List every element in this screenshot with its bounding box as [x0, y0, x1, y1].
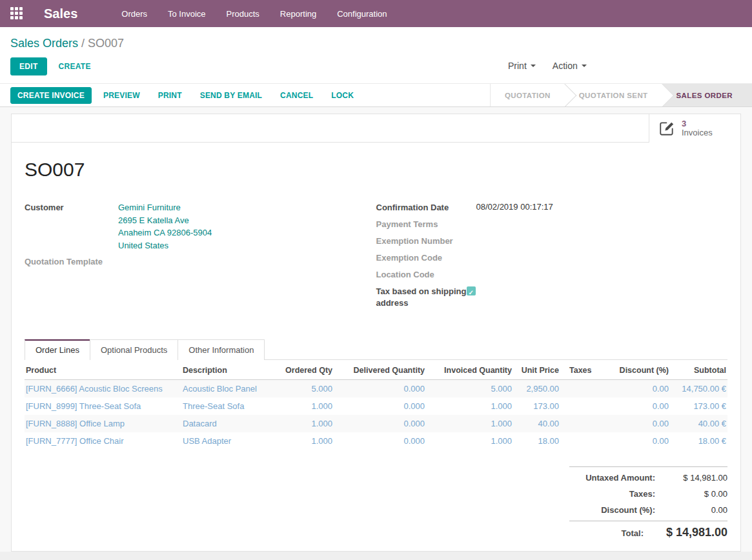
cell-invoiced-qty: 1.000 — [426, 432, 513, 450]
cell-invoiced-qty: 1.000 — [426, 397, 513, 415]
col-description: Description — [181, 362, 278, 380]
location-code-label: Location Code — [376, 268, 476, 281]
send-by-email-button[interactable]: SEND BY EMAIL — [194, 88, 269, 103]
group-left: Customer Gemini Furniture 2695 E Katella… — [25, 201, 376, 314]
chatter-area — [0, 552, 752, 560]
order-lines-table: Product Description Ordered Qty Delivere… — [25, 362, 727, 450]
cell-product: [FURN_7777] Office Chair — [25, 432, 181, 450]
breadcrumb-separator: / — [78, 37, 88, 50]
cell-discount: 0.00 — [602, 380, 670, 398]
customer-street-link[interactable]: 2695 E Katella Ave — [118, 214, 212, 227]
cell-taxes — [560, 432, 602, 450]
order-line-row[interactable]: [FURN_7777] Office Chair USB Adapter 1.0… — [25, 432, 727, 450]
confirmation-date-value: 08/02/2019 00:17:17 — [476, 201, 553, 214]
tab-other-information[interactable]: Other Information — [178, 339, 265, 360]
cell-unit-price: 18.00 — [513, 432, 560, 450]
create-button[interactable]: CREATE — [51, 58, 99, 75]
statusbar: CREATE INVOICE PREVIEW PRINT SEND BY EMA… — [0, 83, 752, 107]
invoices-stat-button[interactable]: 3 Invoices — [649, 114, 740, 143]
quotation-template-label: Quotation Template — [25, 255, 118, 268]
tab-optional-products[interactable]: Optional Products — [90, 339, 178, 360]
caret-down-icon — [582, 65, 587, 67]
edit-button[interactable]: EDIT — [10, 57, 47, 75]
edit-note-icon — [658, 120, 675, 137]
cancel-button[interactable]: CANCEL — [274, 88, 320, 103]
preview-button[interactable]: PREVIEW — [97, 88, 147, 103]
col-taxes: Taxes — [560, 362, 602, 380]
cell-subtotal: 40.00 € — [670, 415, 727, 432]
taxes-value: $ 0.00 — [655, 489, 727, 499]
cell-discount: 0.00 — [602, 397, 670, 415]
tax-shipping-checkbox[interactable] — [467, 286, 476, 295]
menu-to-invoice[interactable]: To Invoice — [160, 5, 214, 23]
customer-value: Gemini Furniture 2695 E Katella Ave Anah… — [118, 201, 212, 252]
cell-unit-price: 2,950.00 — [513, 380, 560, 398]
col-subtotal: Subtotal — [670, 362, 727, 380]
create-invoice-button[interactable]: CREATE INVOICE — [10, 87, 92, 104]
confirmation-date-label: Confirmation Date — [376, 201, 476, 214]
breadcrumb-current: SO007 — [88, 37, 124, 50]
cell-unit-price: 173.00 — [513, 397, 560, 415]
untaxed-amount-value: $ 14,981.00 — [655, 473, 727, 483]
cell-subtotal: 173.00 € — [670, 397, 727, 415]
caret-down-icon — [531, 65, 536, 67]
action-dropdown[interactable]: Action — [553, 61, 587, 71]
field-groups: Customer Gemini Furniture 2695 E Katella… — [25, 201, 727, 314]
customer-city-link[interactable]: Anaheim CA 92806-5904 — [118, 226, 212, 239]
control-panel-buttons: EDIT CREATE Print Action — [0, 54, 752, 83]
status-step-quotation-sent[interactable]: QUOTATION SENT — [565, 84, 662, 106]
total-value: $ 14,981.00 — [644, 526, 727, 539]
col-ordered-qty: Ordered Qty — [278, 362, 334, 380]
page-background: 3 Invoices SO007 Customer Gemini Furnitu… — [0, 107, 752, 560]
cell-ordered-qty: 1.000 — [278, 415, 334, 432]
customer-country-link[interactable]: United States — [118, 239, 212, 252]
cell-delivered-qty: 0.000 — [334, 380, 426, 398]
cell-invoiced-qty: 1.000 — [426, 415, 513, 432]
discount-total-label: Discount (%): — [601, 505, 655, 515]
cell-product: [FURN_8999] Three-Seat Sofa — [25, 397, 181, 415]
cell-description: Three-Seat Sofa — [181, 397, 278, 415]
status-step-sales-order[interactable]: SALES ORDER — [662, 84, 752, 106]
cell-discount: 0.00 — [602, 415, 670, 432]
menu-reporting[interactable]: Reporting — [272, 5, 324, 23]
sheet-body: SO007 Customer Gemini Furniture 2695 E K… — [12, 159, 740, 543]
exemption-number-label: Exemption Number — [376, 235, 476, 247]
cell-subtotal: 14,750.00 € — [670, 380, 727, 398]
top-navbar: Sales Orders To Invoice Products Reporti… — [0, 0, 752, 27]
cell-ordered-qty: 5.000 — [278, 380, 334, 398]
print-button[interactable]: PRINT — [152, 88, 188, 103]
print-dropdown[interactable]: Print — [508, 61, 536, 71]
apps-grid-icon[interactable] — [10, 7, 23, 20]
cell-ordered-qty: 1.000 — [278, 432, 334, 450]
app-name[interactable]: Sales — [44, 6, 77, 21]
order-line-row[interactable]: [FURN_8888] Office Lamp Datacard 1.000 0… — [25, 415, 727, 432]
payment-terms-label: Payment Terms — [376, 218, 476, 230]
action-dropdown-label: Action — [553, 61, 578, 71]
menu-products[interactable]: Products — [219, 5, 267, 23]
breadcrumb-sales-orders[interactable]: Sales Orders — [10, 37, 78, 50]
cell-delivered-qty: 0.000 — [334, 415, 426, 432]
cell-unit-price: 40.00 — [513, 415, 560, 432]
cell-product: [FURN_6666] Acoustic Bloc Screens — [25, 380, 181, 398]
totals-box: Untaxed Amount: $ 14,981.00 Taxes: $ 0.0… — [569, 466, 727, 543]
cell-ordered-qty: 1.000 — [278, 397, 334, 415]
print-dropdown-label: Print — [508, 61, 527, 71]
menu-configuration[interactable]: Configuration — [329, 5, 394, 23]
tab-order-lines[interactable]: Order Lines — [25, 339, 90, 360]
cell-taxes — [560, 415, 602, 432]
status-step-quotation[interactable]: QUOTATION — [491, 84, 565, 106]
menu-orders[interactable]: Orders — [114, 5, 155, 23]
col-delivered-qty: Delivered Quantity — [334, 362, 426, 380]
order-line-row[interactable]: [FURN_6666] Acoustic Bloc Screens Acoust… — [25, 380, 727, 398]
invoices-count: 3 — [682, 119, 713, 128]
cell-product: [FURN_8888] Office Lamp — [25, 415, 181, 432]
col-unit-price: Unit Price — [513, 362, 560, 380]
lock-button[interactable]: LOCK — [325, 88, 360, 103]
order-line-row[interactable]: [FURN_8999] Three-Seat Sofa Three-Seat S… — [25, 397, 727, 415]
control-panel: Sales Orders / SO007 EDIT CREATE Print A… — [0, 27, 752, 83]
cell-delivered-qty: 0.000 — [334, 397, 426, 415]
status-steps: QUOTATION QUOTATION SENT SALES ORDER — [490, 84, 752, 106]
customer-name-link[interactable]: Gemini Furniture — [118, 201, 212, 214]
col-invoiced-qty: Invoiced Quantity — [426, 362, 513, 380]
cell-discount: 0.00 — [602, 432, 670, 450]
